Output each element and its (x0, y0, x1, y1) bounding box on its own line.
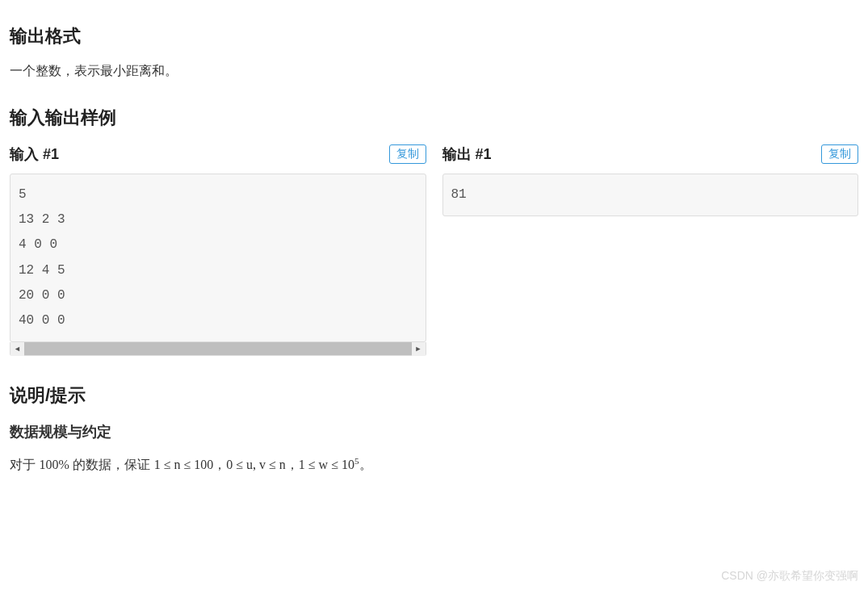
output-format-body: 一个整数，表示最小距离和。 (10, 63, 858, 80)
constraint-prefix: 对于 (10, 458, 39, 471)
input-label: 输入 #1 (10, 144, 59, 164)
copy-input-button[interactable]: 复制 (389, 144, 426, 164)
constraint-end: 。 (359, 458, 372, 471)
output-label: 输出 #1 (442, 144, 492, 164)
output-code-text: 81 (451, 182, 850, 207)
input-code-block[interactable]: 5 13 2 3 4 0 0 12 4 5 20 0 0 40 0 0 (10, 174, 426, 342)
input-code-text: 5 13 2 3 4 0 0 12 4 5 20 0 0 40 0 0 (19, 182, 417, 333)
input-sample-header: 输入 #1 复制 (10, 144, 426, 164)
copy-output-button[interactable]: 复制 (821, 144, 858, 164)
output-sample-column: 输出 #1 复制 81 (442, 144, 859, 356)
scroll-right-arrow[interactable]: ► (412, 342, 426, 356)
input-code-wrap: 5 13 2 3 4 0 0 12 4 5 20 0 0 40 0 0 ◄ ► (10, 174, 426, 356)
constraint-c2: 0 ≤ u, v ≤ n (226, 458, 286, 471)
constraint-pct: 100% (39, 458, 69, 471)
output-format-heading: 输出格式 (10, 24, 858, 48)
constraint-mid1: 的数据，保证 (69, 458, 154, 471)
output-sample-header: 输出 #1 复制 (442, 144, 859, 164)
notes-heading: 说明/提示 (10, 383, 858, 408)
input-sample-column: 输入 #1 复制 5 13 2 3 4 0 0 12 4 5 20 0 0 40… (10, 144, 426, 356)
sep1: ， (213, 458, 226, 471)
constraint-c3a: 1 ≤ w ≤ 10 (299, 458, 354, 471)
samples-container: 输入 #1 复制 5 13 2 3 4 0 0 12 4 5 20 0 0 40… (10, 144, 858, 356)
constraint-c1: 1 ≤ n ≤ 100 (154, 458, 214, 471)
constraint-text: 对于 100% 的数据，保证 1 ≤ n ≤ 100，0 ≤ u, v ≤ n，… (10, 454, 858, 475)
sep2: ， (286, 458, 299, 471)
scroll-left-arrow[interactable]: ◄ (10, 342, 24, 356)
horizontal-scrollbar[interactable]: ◄ ► (10, 342, 426, 356)
data-scale-subheading: 数据规模与约定 (10, 422, 858, 441)
samples-heading: 输入输出样例 (10, 106, 858, 130)
output-code-block[interactable]: 81 (442, 174, 859, 216)
